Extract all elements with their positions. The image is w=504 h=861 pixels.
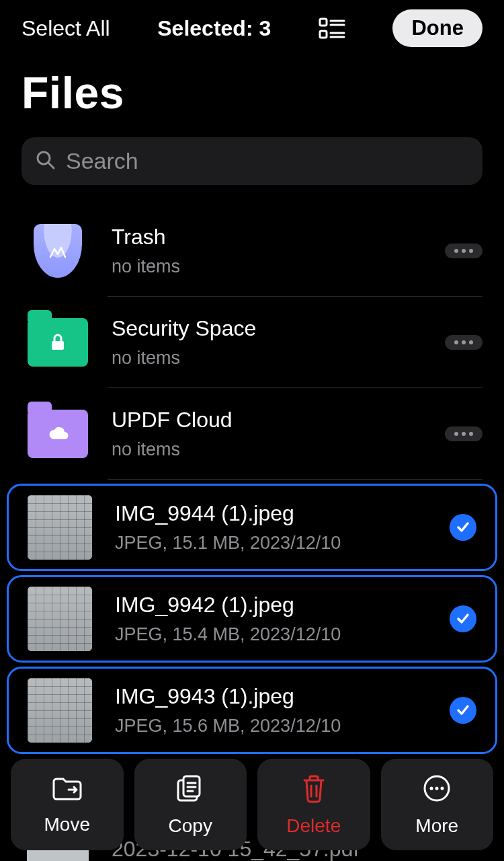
header-bar: Select All Selected: 3 Done	[0, 0, 504, 57]
search-icon	[35, 149, 56, 174]
file-thumbnail	[28, 678, 92, 743]
file-list: Trash no items Security Space no items U…	[0, 205, 504, 846]
file-sub: JPEG, 15.1 MB, 2023/12/10	[115, 533, 444, 554]
folder-title: Trash	[112, 225, 445, 250]
file-thumbnail	[28, 587, 92, 651]
copy-icon	[175, 774, 205, 806]
svg-point-17	[435, 787, 439, 790]
more-button[interactable]: More	[381, 759, 494, 850]
delete-label: Delete	[286, 815, 341, 837]
folder-sub: no items	[112, 439, 445, 460]
copy-label: Copy	[169, 815, 212, 837]
svg-rect-0	[320, 19, 327, 26]
selected-count: Selected: 3	[157, 16, 271, 41]
file-thumbnail	[28, 495, 92, 560]
more-icon[interactable]	[445, 426, 482, 441]
more-icon	[422, 774, 452, 806]
cloud-icon	[28, 410, 88, 458]
search-bar[interactable]	[22, 137, 482, 185]
move-button[interactable]: Move	[11, 759, 124, 850]
move-label: Move	[44, 814, 90, 835]
file-title: IMG_9944 (1).jpeg	[115, 501, 444, 526]
file-title: IMG_9942 (1).jpeg	[115, 593, 444, 617]
more-icon[interactable]	[445, 335, 482, 350]
folder-icon	[27, 311, 89, 373]
view-list-icon[interactable]	[319, 15, 345, 42]
delete-button[interactable]: Delete	[257, 759, 370, 850]
folder-sub: no items	[112, 348, 445, 369]
action-toolbar: Move Copy Delete More	[11, 759, 493, 850]
file-sub: JPEG, 15.6 MB, 2023/12/10	[115, 716, 444, 737]
more-icon[interactable]	[445, 244, 482, 258]
check-icon[interactable]	[450, 697, 476, 724]
copy-button[interactable]: Copy	[134, 759, 247, 850]
done-button[interactable]: Done	[392, 9, 482, 47]
folder-icon	[27, 403, 89, 465]
search-input[interactable]	[66, 148, 469, 174]
folder-title: Security Space	[112, 316, 445, 341]
svg-line-7	[48, 163, 54, 168]
file-row[interactable]: IMG_9944 (1).jpeg JPEG, 15.1 MB, 2023/12…	[7, 484, 497, 571]
check-icon[interactable]	[450, 605, 476, 632]
page-title: Files	[0, 57, 504, 137]
folder-sub: no items	[112, 256, 445, 277]
svg-rect-8	[52, 341, 64, 350]
folder-row-trash[interactable]: Trash no items	[0, 205, 504, 297]
lock-icon	[28, 318, 88, 367]
svg-point-16	[430, 787, 433, 790]
select-all-button[interactable]: Select All	[22, 16, 110, 41]
svg-rect-1	[320, 31, 327, 38]
check-icon[interactable]	[450, 514, 476, 541]
folder-row-cloud[interactable]: UPDF Cloud no items	[0, 388, 504, 480]
more-label: More	[415, 815, 458, 837]
file-title: IMG_9943 (1).jpeg	[115, 684, 444, 709]
trash-icon	[300, 774, 327, 806]
file-row[interactable]: IMG_9942 (1).jpeg JPEG, 15.4 MB, 2023/12…	[7, 575, 497, 663]
trash-icon	[27, 220, 89, 282]
move-icon	[51, 775, 83, 804]
svg-point-18	[441, 787, 444, 790]
folder-row-security[interactable]: Security Space no items	[0, 297, 504, 388]
file-row[interactable]: IMG_9943 (1).jpeg JPEG, 15.6 MB, 2023/12…	[7, 667, 497, 754]
file-sub: JPEG, 15.4 MB, 2023/12/10	[115, 624, 444, 645]
folder-title: UPDF Cloud	[112, 408, 445, 433]
